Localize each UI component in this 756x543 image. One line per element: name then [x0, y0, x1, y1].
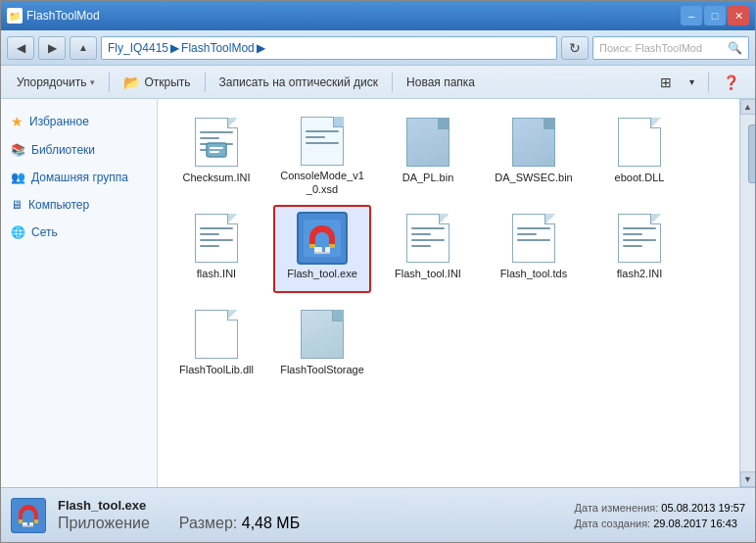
- new-folder-button[interactable]: Новая папка: [399, 70, 483, 95]
- titlebar-left: 📁 FlashToolMod: [7, 8, 100, 24]
- file-da-swsec-bin[interactable]: DA_SWSEC.bin: [485, 109, 583, 197]
- flash-tool-tds-label: Flash_tool.tds: [500, 267, 567, 280]
- sidebar-item-computer[interactable]: 🖥 Компьютер: [1, 193, 157, 217]
- svg-rect-10: [314, 252, 330, 254]
- libraries-icon: 📚: [11, 143, 25, 157]
- titlebar-controls: – □ ✕: [681, 6, 749, 25]
- status-filename: Flash_tool.exe: [58, 498, 563, 513]
- organize-arrow: ▾: [90, 77, 95, 87]
- search-box[interactable]: Поиск: FlashToolMod 🔍: [592, 36, 749, 60]
- scroll-down-arrow[interactable]: ▼: [740, 471, 756, 487]
- new-folder-label: Новая папка: [406, 75, 475, 89]
- modified-value: 05.08.2013 19:57: [661, 502, 745, 514]
- flash-ini-label: flash.INI: [197, 267, 236, 280]
- file-flash-ini[interactable]: flash.INI: [167, 205, 265, 293]
- close-button[interactable]: ✕: [728, 6, 749, 25]
- flash-tool-tds-icon: [508, 213, 559, 264]
- da-pl-bin-label: DA_PL.bin: [402, 171, 454, 184]
- svg-rect-12: [19, 519, 23, 523]
- organize-button[interactable]: Упорядочить ▾: [9, 70, 103, 95]
- help-button[interactable]: ❓: [715, 70, 747, 95]
- status-type: Приложение: [58, 515, 150, 532]
- status-file-icon: [11, 498, 46, 533]
- status-size-value: 4,48 МБ: [242, 515, 300, 531]
- file-checksum-ini[interactable]: Checksum.INI: [167, 109, 265, 197]
- window-title: FlashToolMod: [26, 9, 100, 23]
- status-info: Flash_tool.exe Приложение Размер: 4,48 М…: [58, 498, 563, 532]
- scroll-up-arrow[interactable]: ▲: [740, 99, 756, 115]
- network-label: Сеть: [31, 225, 58, 239]
- toolbar-sep-1: [109, 73, 110, 92]
- path-segment-1[interactable]: Fly_IQ4415: [108, 41, 168, 55]
- da-swsec-bin-icon: [508, 117, 559, 168]
- status-type-label: Приложение: [58, 515, 150, 531]
- open-button[interactable]: 📂 Открыть: [116, 70, 198, 95]
- homegroup-label: Домашняя группа: [31, 171, 128, 184]
- main-window: 📁 FlashToolMod – □ ✕ ◀ ▶ ▲ Fly_IQ4415 ▶ …: [0, 0, 756, 543]
- back-button[interactable]: ◀: [7, 36, 34, 60]
- flashtoolstorage-icon: [297, 309, 348, 360]
- svg-rect-16: [23, 525, 33, 527]
- flash2-ini-icon: [614, 213, 665, 264]
- view-details-button[interactable]: ▾: [682, 70, 702, 95]
- status-size-label: Размер:: [179, 515, 237, 531]
- computer-label: Компьютер: [28, 198, 89, 212]
- open-icon: 📂: [123, 74, 140, 90]
- address-path[interactable]: Fly_IQ4415 ▶ FlashToolMod ▶: [101, 36, 557, 60]
- file-consolemode-xsd[interactable]: ConsoleMode_v1_0.xsd: [273, 109, 371, 197]
- file-flash-tool-ini[interactable]: Flash_tool.INI: [379, 205, 477, 293]
- search-icon: 🔍: [728, 41, 742, 55]
- file-flashtoollib-dll[interactable]: ⚙ FlashToolLib.dll: [167, 301, 265, 389]
- flash2-ini-label: flash2.INI: [617, 267, 662, 280]
- eboot-dll-icon: ⚙: [614, 117, 665, 168]
- statusbar: Flash_tool.exe Приложение Размер: 4,48 М…: [1, 487, 755, 542]
- svg-rect-0: [207, 143, 226, 157]
- flash-ini-icon: [191, 213, 242, 264]
- file-flashtoolstorage[interactable]: FlashToolStorage: [273, 301, 371, 389]
- up-button[interactable]: ▲: [70, 36, 97, 60]
- eboot-dll-label: eboot.DLL: [615, 171, 665, 184]
- sidebar-item-network[interactable]: 🌐 Сеть: [1, 221, 157, 244]
- path-segment-2[interactable]: FlashToolMod: [181, 41, 255, 55]
- minimize-button[interactable]: –: [681, 6, 702, 25]
- burn-button[interactable]: Записать на оптический диск: [212, 70, 387, 95]
- addressbar: ◀ ▶ ▲ Fly_IQ4415 ▶ FlashToolMod ▶ ↻ Поис…: [1, 30, 755, 66]
- flash-tool-ini-icon: [402, 213, 453, 264]
- titlebar: 📁 FlashToolMod – □ ✕: [1, 1, 755, 30]
- toolbar-sep-2: [205, 73, 206, 92]
- flash-tool-exe-label: Flash_tool.exe: [287, 267, 357, 280]
- sidebar: ★ Избранное 📚 Библиотеки 👥 Домашняя груп…: [1, 99, 158, 487]
- consolemode-xsd-label: ConsoleMode_v1_0.xsd: [279, 169, 365, 197]
- file-eboot-dll[interactable]: ⚙ eboot.DLL: [591, 109, 688, 197]
- file-flash2-ini[interactable]: flash2.INI: [591, 205, 688, 293]
- burn-label: Записать на оптический диск: [219, 75, 379, 89]
- file-area[interactable]: Checksum.INI: [158, 99, 739, 487]
- file-flash-tool-tds[interactable]: Flash_tool.tds: [485, 205, 583, 293]
- files-grid: Checksum.INI: [167, 109, 730, 389]
- forward-button[interactable]: ▶: [38, 36, 66, 60]
- consolemode-xsd-icon: [297, 117, 348, 166]
- computer-icon: 🖥: [11, 198, 23, 212]
- sidebar-item-favorites[interactable]: ★ Избранное: [1, 109, 157, 134]
- flashtoolstorage-label: FlashToolStorage: [280, 363, 364, 376]
- status-modified: Дата изменения: 05.08.2013 19:57: [575, 502, 745, 514]
- view-tiles-button[interactable]: ⊞: [652, 70, 680, 95]
- refresh-button[interactable]: ↻: [561, 36, 589, 60]
- svg-rect-2: [210, 151, 219, 153]
- scroll-thumb[interactable]: [748, 124, 756, 183]
- sidebar-item-homegroup[interactable]: 👥 Домашняя группа: [1, 166, 157, 189]
- search-text: Поиск: FlashToolMod: [599, 42, 702, 54]
- homegroup-icon: 👥: [11, 171, 25, 184]
- da-pl-bin-icon: [402, 117, 453, 168]
- libraries-label: Библиотеки: [31, 143, 95, 157]
- status-meta: Приложение Размер: 4,48 МБ: [58, 515, 563, 532]
- favorites-icon: ★: [11, 114, 24, 129]
- maximize-button[interactable]: □: [704, 6, 726, 25]
- created-label: Дата создания:: [575, 518, 651, 529]
- sidebar-item-libraries[interactable]: 📚 Библиотеки: [1, 138, 157, 162]
- file-da-pl-bin[interactable]: DA_PL.bin: [379, 109, 477, 197]
- toolbar: Упорядочить ▾ 📂 Открыть Записать на опти…: [1, 66, 755, 99]
- checksum-ini-icon: [191, 117, 242, 168]
- open-label: Открыть: [144, 75, 190, 89]
- file-flash-tool-exe[interactable]: Flash_tool.exe: [273, 205, 371, 293]
